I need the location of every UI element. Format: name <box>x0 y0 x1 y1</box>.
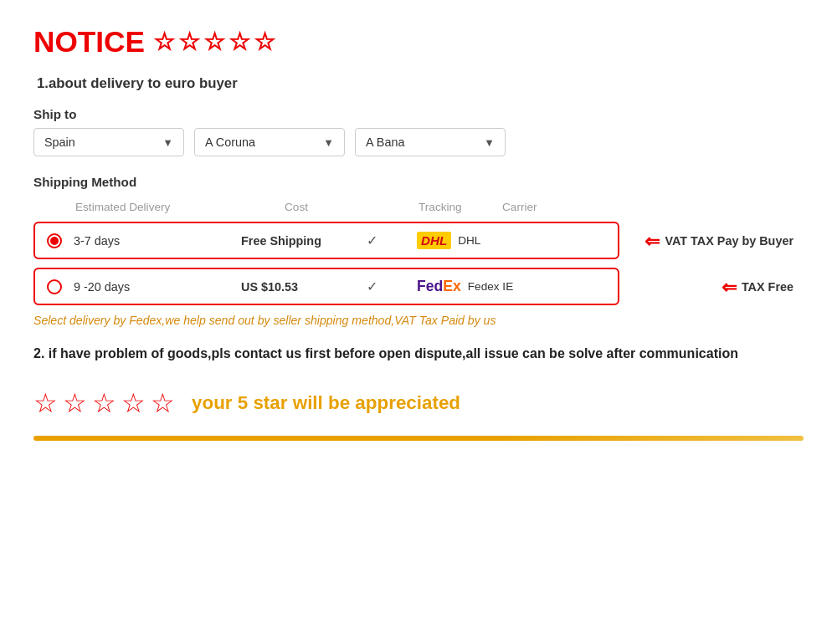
shipping-method-label: Shipping Method <box>33 175 804 189</box>
fedex-tracking-icon: ✓ <box>367 279 417 294</box>
dhl-arrow-icon: ⇐ <box>644 229 660 252</box>
shipping-rows-container: 3-7 days Free Shipping ✓ DHL DHL ⇐ VAT T… <box>33 222 804 305</box>
fedex-note: Select delivery by Fedex,we help send ou… <box>33 314 804 327</box>
dhl-tracking-icon: ✓ <box>367 233 417 248</box>
notice-star-5: ☆ <box>254 30 275 54</box>
header-carrier: Carrier <box>502 201 670 213</box>
bottom-star-3: ☆ <box>92 387 116 419</box>
table-header: Estimated Delivery Cost Tracking Carrier <box>33 197 804 217</box>
appreciation-row: ☆ ☆ ☆ ☆ ☆ your 5 star will be appreciate… <box>33 387 804 419</box>
city-chevron-icon: ▼ <box>323 136 334 149</box>
fedex-label: Fedex IE <box>468 280 513 293</box>
notice-star-3: ☆ <box>203 30 225 54</box>
appreciate-text: your 5 star will be appreciated <box>192 392 460 414</box>
fedex-arrow-icon: ⇐ <box>721 275 737 298</box>
dhl-cost: Free Shipping <box>241 234 367 248</box>
fedex-cost: US $10.53 <box>241 280 367 294</box>
dhl-row-inner: 3-7 days Free Shipping ✓ DHL DHL <box>74 232 606 249</box>
dhl-days: 3-7 days <box>74 234 241 248</box>
bottom-star-2: ☆ <box>63 387 87 419</box>
dhl-label: DHL <box>458 234 480 247</box>
fedex-annotation-text: TAX Free <box>742 280 793 294</box>
fedex-row-inner: 9 -20 days US $10.53 ✓ FedEx Fedex IE <box>74 278 606 295</box>
notice-title-text: NOTICE <box>33 25 145 59</box>
district-value: A Bana <box>366 135 404 149</box>
fedex-carrier: FedEx Fedex IE <box>417 278 567 295</box>
header-estimated: Estimated Delivery <box>75 201 285 213</box>
notice-star-1: ☆ <box>153 30 175 54</box>
district-dropdown[interactable]: A Bana ▼ <box>355 128 506 156</box>
dropdowns-row: Spain ▼ A Coruna ▼ A Bana ▼ <box>33 128 804 156</box>
notice-stars: ☆ ☆ ☆ ☆ ☆ <box>153 30 275 54</box>
bottom-star-1: ☆ <box>33 387 58 419</box>
header-cost: Cost <box>285 201 418 213</box>
dhl-annotation-text: VAT TAX Pay by Buyer <box>665 234 793 248</box>
section1-heading: 1.about delivery to euro buyer <box>33 75 804 92</box>
appreciation-stars: ☆ ☆ ☆ ☆ ☆ <box>33 387 175 419</box>
dhl-logo: DHL <box>417 232 451 249</box>
country-dropdown[interactable]: Spain ▼ <box>33 128 184 156</box>
fedex-logo: FedEx <box>417 278 461 295</box>
notice-title-row: NOTICE ☆ ☆ ☆ ☆ ☆ <box>33 25 804 59</box>
bottom-star-4: ☆ <box>121 387 146 419</box>
country-chevron-icon: ▼ <box>162 136 173 149</box>
shipping-row-dhl[interactable]: 3-7 days Free Shipping ✓ DHL DHL ⇐ VAT T… <box>33 222 619 259</box>
dhl-carrier: DHL DHL <box>417 232 567 249</box>
dhl-annotation: ⇐ VAT TAX Pay by Buyer <box>644 229 793 252</box>
shipping-row-fedex[interactable]: 9 -20 days US $10.53 ✓ FedEx Fedex IE ⇐ … <box>33 268 619 305</box>
city-value: A Coruna <box>205 135 255 149</box>
fedex-annotation: ⇐ TAX Free <box>721 275 793 298</box>
ship-to-label: Ship to <box>33 107 804 121</box>
notice-star-4: ☆ <box>229 30 250 54</box>
fedex-ex: Ex <box>443 278 461 295</box>
city-dropdown[interactable]: A Coruna ▼ <box>194 128 345 156</box>
country-value: Spain <box>44 135 75 149</box>
radio-dhl[interactable] <box>47 233 62 248</box>
header-tracking: Tracking <box>418 201 502 213</box>
bottom-decorative-bar <box>33 436 804 441</box>
fedex-days: 9 -20 days <box>74 280 241 294</box>
district-chevron-icon: ▼ <box>484 136 495 149</box>
bottom-star-5: ☆ <box>151 387 175 419</box>
problem-text: 2. if have problem of goods,pls contact … <box>33 344 804 364</box>
ship-to-section: Ship to Spain ▼ A Coruna ▼ A Bana ▼ <box>33 107 804 156</box>
notice-star-2: ☆ <box>178 30 200 54</box>
fedex-fe: Fed <box>417 278 443 295</box>
shipping-method-section: Shipping Method Estimated Delivery Cost … <box>33 175 804 327</box>
radio-fedex[interactable] <box>47 279 62 294</box>
